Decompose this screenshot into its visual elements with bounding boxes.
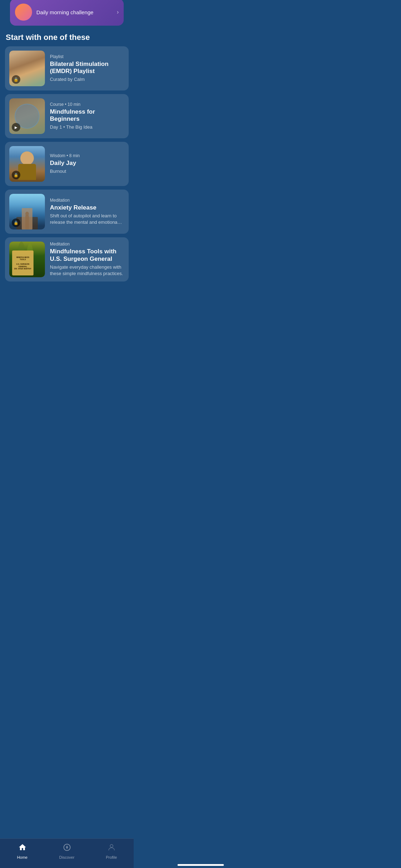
card-meta-dailyjay: Wisdom • 8 min xyxy=(50,153,124,158)
top-card-text: Daily morning challenge xyxy=(36,9,113,15)
top-partial-card[interactable]: Daily morning challenge › xyxy=(10,0,124,26)
card-title-emdr: Bilateral Stimulation (EMDR) Playlist xyxy=(50,61,124,75)
card-content-anxiety: Meditation Anxiety Release Shift out of … xyxy=(50,198,124,226)
play-icon-mindfulness: ▶ xyxy=(12,123,20,131)
lock-icon-emdr: 🔒 xyxy=(12,75,20,84)
card-content-mindfulness: Course • 10 min Mindfulness for Beginner… xyxy=(50,102,124,131)
card-image-mindfulness: ▶ xyxy=(9,98,45,134)
card-subtitle-dailyjay: Burnout xyxy=(50,168,124,175)
card-anxiety-release[interactable]: 🔒 Meditation Anxiety Release Shift out o… xyxy=(5,190,129,234)
card-title-mindfulness: Mindfulness for Beginners xyxy=(50,108,124,123)
lock-icon-dailyjay: 🔒 xyxy=(12,171,20,179)
card-content-dailyjay: Wisdom • 8 min Daily Jay Burnout xyxy=(50,153,124,175)
card-meta-surgeon: Meditation xyxy=(50,242,124,247)
card-emdr[interactable]: 🔒 Playlist Bilateral Stimulation (EMDR) … xyxy=(5,46,129,91)
card-meta-mindfulness: Course • 10 min xyxy=(50,102,124,107)
card-surgeon-general[interactable]: MINDFULNESSTOOLSU.S. Surgeon GeneralDr. … xyxy=(5,237,129,281)
card-title-anxiety: Anxiety Release xyxy=(50,204,124,211)
card-subtitle-anxiety: Shift out of autopilot and learn to rele… xyxy=(50,213,124,226)
card-meta-emdr: Playlist xyxy=(50,54,124,59)
card-image-surgeon-inner: MINDFULNESSTOOLSU.S. Surgeon GeneralDr. … xyxy=(9,242,45,277)
person-silhouette xyxy=(25,215,29,229)
card-title-surgeon: Mindfulness Tools with U.S. Surgeon Gene… xyxy=(50,248,124,263)
card-mindfulness-beginners[interactable]: ▶ Course • 10 min Mindfulness for Beginn… xyxy=(5,94,129,138)
person-head xyxy=(25,212,29,216)
card-subtitle-emdr: Curated by Calm xyxy=(50,76,124,83)
card-image-surgeon: MINDFULNESSTOOLSU.S. Surgeon GeneralDr. … xyxy=(9,242,45,277)
card-image-dailyjay: 🔒 xyxy=(9,146,45,182)
card-meta-anxiety: Meditation xyxy=(50,198,124,203)
card-image-emdr: 🔒 xyxy=(9,51,45,86)
top-card-chevron: › xyxy=(117,9,119,15)
content-list: 🔒 Playlist Bilateral Stimulation (EMDR) … xyxy=(0,46,134,317)
surgeon-book-title: MINDFULNESSTOOLSU.S. Surgeon GeneralDr. … xyxy=(14,256,32,270)
card-title-dailyjay: Daily Jay xyxy=(50,160,124,167)
card-subtitle-surgeon: Navigate everyday challenges with these … xyxy=(50,264,124,277)
section-title: Start with one of these xyxy=(0,26,134,46)
top-card-avatar xyxy=(15,4,32,21)
lock-icon-anxiety: 🔒 xyxy=(12,218,20,227)
card-daily-jay[interactable]: 🔒 Wisdom • 8 min Daily Jay Burnout xyxy=(5,142,129,186)
card-content-emdr: Playlist Bilateral Stimulation (EMDR) Pl… xyxy=(50,54,124,83)
card-image-anxiety: 🔒 xyxy=(9,194,45,229)
card-content-surgeon: Meditation Mindfulness Tools with U.S. S… xyxy=(50,242,124,277)
card-subtitle-mindfulness: Day 1 • The Big Idea xyxy=(50,124,124,130)
